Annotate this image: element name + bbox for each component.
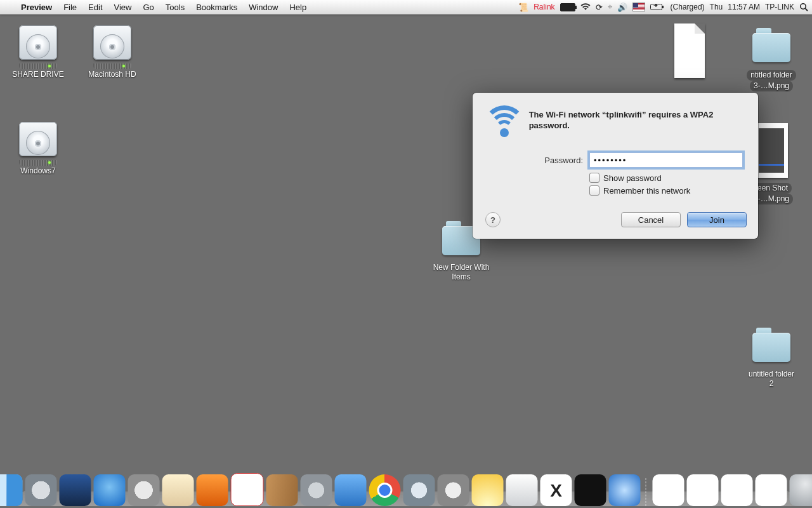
dock-terminal[interactable] <box>575 474 606 506</box>
menu-window[interactable]: Window <box>243 0 284 14</box>
password-label: Password: <box>488 156 589 165</box>
dock <box>0 468 812 506</box>
show-password-label: Show password <box>603 173 662 183</box>
dock-wifi-utility[interactable] <box>472 474 504 506</box>
menu-app-name[interactable]: Preview <box>15 0 58 14</box>
menu-status-area: 📜 Ralink ⟳ ⌖ 🔊 (Charged) Thu 11:57 AM TP… <box>518 0 812 14</box>
dock-doc-2[interactable] <box>687 474 719 506</box>
dock-separator <box>646 478 648 506</box>
show-password-checkbox[interactable] <box>589 173 599 183</box>
menu-bar: Preview File Edit View Go Tools Bookmark… <box>0 0 812 15</box>
folder-untitled-2[interactable]: untitled folder 2 <box>740 325 803 389</box>
dock-settings[interactable] <box>438 474 469 506</box>
help-button[interactable]: ? <box>485 212 501 227</box>
password-input[interactable] <box>589 152 743 168</box>
sync-icon[interactable]: ⟳ <box>596 0 603 14</box>
dock-preview[interactable] <box>506 474 538 506</box>
dock-iphoto[interactable] <box>197 474 228 506</box>
cancel-button[interactable]: Cancel <box>621 212 681 227</box>
dock-system-preferences[interactable] <box>128 474 160 506</box>
dock-ical[interactable] <box>231 473 264 506</box>
spotlight-icon[interactable] <box>799 0 808 14</box>
menu-go[interactable]: Go <box>137 0 159 14</box>
dock-parallels[interactable] <box>335 474 367 506</box>
dock-finder[interactable] <box>0 474 23 506</box>
svg-line-3 <box>805 8 808 11</box>
folder-untitled-2-label-a: untitled folder <box>740 370 803 379</box>
dock-contacts[interactable] <box>266 474 298 506</box>
dock-doc-4[interactable] <box>756 474 787 506</box>
battery-icon-filled[interactable] <box>560 0 575 14</box>
folder-untitled-1[interactable]: ntitled folder 3-…M.png <box>740 25 803 91</box>
drive-windows7-label: Windows7 <box>3 166 73 176</box>
battery-plug-icon[interactable] <box>650 0 665 14</box>
dock-appstore[interactable] <box>94 474 126 506</box>
dock-mail[interactable] <box>162 474 194 506</box>
wifi-dialog-icon <box>488 109 521 137</box>
dock-trash[interactable] <box>790 474 813 506</box>
menu-tools[interactable]: Tools <box>160 0 190 14</box>
wifi-password-dialog: The Wi-Fi network “tplinkwifi” requires … <box>473 93 758 239</box>
dock-mission-control[interactable] <box>60 474 91 506</box>
drive-share[interactable]: SHARE DRIVE <box>3 25 73 79</box>
menu-help[interactable]: Help <box>284 0 312 14</box>
drive-share-label: SHARE DRIVE <box>3 70 73 79</box>
scroll-icon[interactable]: 📜 <box>518 0 528 14</box>
drive-windows7[interactable]: Windows7 <box>3 122 73 176</box>
dock-itunes[interactable] <box>609 474 641 506</box>
user-menu[interactable]: TP-LINK <box>765 0 794 14</box>
dock-xcode[interactable] <box>540 474 572 506</box>
ralink-status[interactable]: Ralink <box>534 0 554 14</box>
clock-time[interactable]: 11:57 AM <box>728 0 760 14</box>
blank-document[interactable] <box>661 22 718 83</box>
svg-rect-1 <box>662 6 664 8</box>
wifi-dialog-message: The Wi-Fi network “tplinkwifi” requires … <box>521 109 743 137</box>
menu-left: Preview File Edit View Go Tools Bookmark… <box>0 0 312 14</box>
menu-edit[interactable]: Edit <box>82 0 108 14</box>
menu-view[interactable]: View <box>108 0 138 14</box>
input-source-icon[interactable] <box>632 0 645 14</box>
wifi-icon[interactable] <box>580 0 591 14</box>
drive-macintosh-label: Macintosh HD <box>77 70 147 79</box>
remember-network-checkbox[interactable] <box>589 185 599 196</box>
dock-safari[interactable] <box>403 474 435 506</box>
bluetooth-icon[interactable]: ⌖ <box>608 0 612 14</box>
menu-bookmarks[interactable]: Bookmarks <box>190 0 243 14</box>
dock-chrome[interactable] <box>369 474 401 506</box>
dock-doc-3[interactable] <box>721 474 753 506</box>
drive-macintosh-hd[interactable]: Macintosh HD <box>77 25 147 79</box>
menu-file[interactable]: File <box>58 0 82 14</box>
remember-network-label: Remember this network <box>603 186 690 196</box>
dock-doc-1[interactable] <box>653 474 684 506</box>
apple-menu[interactable] <box>0 0 15 14</box>
join-button[interactable]: Join <box>687 212 747 227</box>
svg-point-2 <box>801 4 806 9</box>
clock-day[interactable]: Thu <box>710 0 723 14</box>
folder-new-items-label: New Folder With Items <box>426 263 496 282</box>
volume-icon[interactable]: 🔊 <box>617 0 627 14</box>
battery-charged-text: (Charged) <box>671 0 705 14</box>
folder-untitled-1-label-a: ntitled folder <box>747 70 796 81</box>
dock-remote[interactable] <box>301 474 332 506</box>
folder-untitled-1-label-b: 3-…M.png <box>750 81 793 91</box>
folder-untitled-2-label-b: 2 <box>740 379 803 389</box>
dock-launchpad[interactable] <box>25 474 57 506</box>
